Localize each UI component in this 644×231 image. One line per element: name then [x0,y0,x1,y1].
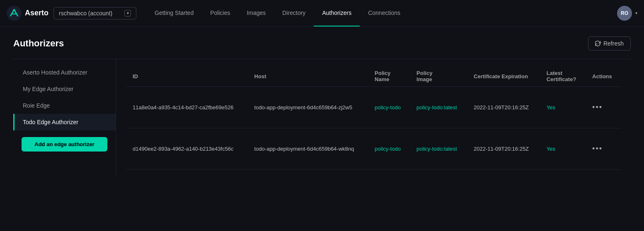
nav-directory[interactable]: Directory [274,0,314,26]
table-row: 11a8e0a4-a935-4c14-bd27-ca2fbe69e526todo… [126,87,621,128]
cell-cert-expiration: 2022-11-09T20:16:25Z [467,87,540,128]
cell-policy-name[interactable]: policy-todo [368,87,410,128]
nav-getting-started[interactable]: Getting Started [146,0,202,26]
add-edge-authorizer-button[interactable]: Add an edge authorizer [22,137,107,152]
cell-host: todo-app-deployment-6d4c659b64-zj2w5 [248,87,368,128]
col-policy-image: Policy Image [410,66,467,87]
logo-text: Aserto [25,9,48,17]
page-title: Authorizers [13,38,64,49]
sidebar: Aserto Hosted Authorizer My Edge Authori… [13,59,116,176]
account-chevron-icon[interactable]: ▾ [124,10,131,17]
col-cert-expiration: Certificate Expiration [467,66,540,87]
cell-policy-name[interactable]: policy-todo [368,128,410,170]
cell-latest-cert: Yes [540,128,586,170]
col-actions: Actions [586,66,621,87]
col-policy-name: Policy Name [368,66,410,87]
cell-id: d1490ee2-893a-4962-a140-b213e43fc56c [126,128,248,170]
refresh-button[interactable]: Refresh [588,36,631,51]
sidebar-item-my-edge[interactable]: My Edge Authorizer [13,81,116,97]
authorizers-table: ID Host Policy Name Policy Image Certifi… [126,66,621,170]
account-selector[interactable]: rschwabco (account) ▾ [53,7,136,19]
page-content: Authorizers Refresh Aserto Hosted Author… [0,26,644,186]
actions-menu-button[interactable]: ••• [592,103,603,111]
cell-policy-image[interactable]: policy-todo:latest [410,87,467,128]
cell-host: todo-app-deployment-6d4c659b64-wk8nq [248,128,368,170]
cell-id: 11a8e0a4-a935-4c14-bd27-ca2fbe69e526 [126,87,248,128]
user-avatar[interactable]: RO [617,6,632,21]
account-selector-value: rschwabco (account) [59,10,121,17]
sidebar-item-roie-edge[interactable]: Roie Edge [13,97,116,114]
avatar-chevron-icon[interactable]: ▾ [635,11,637,15]
cell-latest-cert-value: Yes [547,104,555,111]
svg-point-0 [7,6,22,21]
table-row: d1490ee2-893a-4962-a140-b213e43fc56ctodo… [126,128,621,170]
table-area: ID Host Policy Name Policy Image Certifi… [116,59,631,176]
cell-actions[interactable]: ••• [586,128,621,170]
cell-actions[interactable]: ••• [586,87,621,128]
nav-policies[interactable]: Policies [202,0,238,26]
sidebar-item-todo-edge[interactable]: Todo Edge Authorizer [13,114,116,130]
page-header: Authorizers Refresh [13,36,631,51]
refresh-icon [595,41,601,46]
refresh-label: Refresh [603,40,624,47]
nav-images[interactable]: Images [238,0,274,26]
nav-connections[interactable]: Connections [360,0,409,26]
cell-cert-expiration: 2022-11-09T20:16:25Z [467,128,540,170]
cell-policy-name-link[interactable]: policy-todo [375,146,401,152]
cell-policy-image-link[interactable]: policy-todo:latest [416,104,457,111]
col-latest-cert: Latest Certificate? [540,66,586,87]
sidebar-item-aserto-hosted[interactable]: Aserto Hosted Authorizer [13,64,116,81]
logo-area[interactable]: Aserto [7,6,48,21]
cell-latest-cert: Yes [540,87,586,128]
cell-policy-image[interactable]: policy-todo:latest [410,128,467,170]
cell-policy-image-link[interactable]: policy-todo:latest [416,146,457,152]
top-navigation: Aserto rschwabco (account) ▾ Getting Sta… [0,0,644,26]
nav-authorizers[interactable]: Authorizers [314,0,360,26]
col-host: Host [248,66,368,87]
cell-latest-cert-value: Yes [547,146,555,152]
table-body: 11a8e0a4-a935-4c14-bd27-ca2fbe69e526todo… [126,87,621,170]
nav-links: Getting Started Policies Images Director… [146,0,617,26]
main-layout: Aserto Hosted Authorizer My Edge Authori… [13,59,631,176]
col-id: ID [126,66,248,87]
cell-policy-name-link[interactable]: policy-todo [375,104,401,111]
table-header: ID Host Policy Name Policy Image Certifi… [126,66,621,87]
aserto-logo-icon [7,6,22,21]
actions-menu-button[interactable]: ••• [592,144,603,153]
